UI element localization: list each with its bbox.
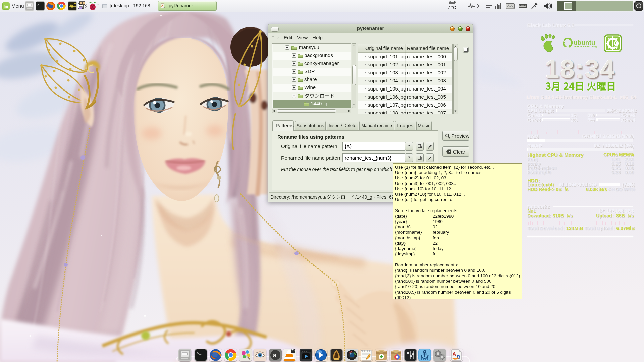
svg-text:ubuntu: ubuntu [574,39,595,46]
svg-text:linux for human beings: linux for human beings [574,45,597,48]
svg-text:A: A [452,351,457,357]
svg-text:>_: >_ [197,351,202,355]
svg-text:s: s [163,6,165,8]
svg-text:>_: >_ [37,3,41,7]
svg-text:a: a [273,351,277,359]
svg-text:lm: lm [4,4,8,8]
